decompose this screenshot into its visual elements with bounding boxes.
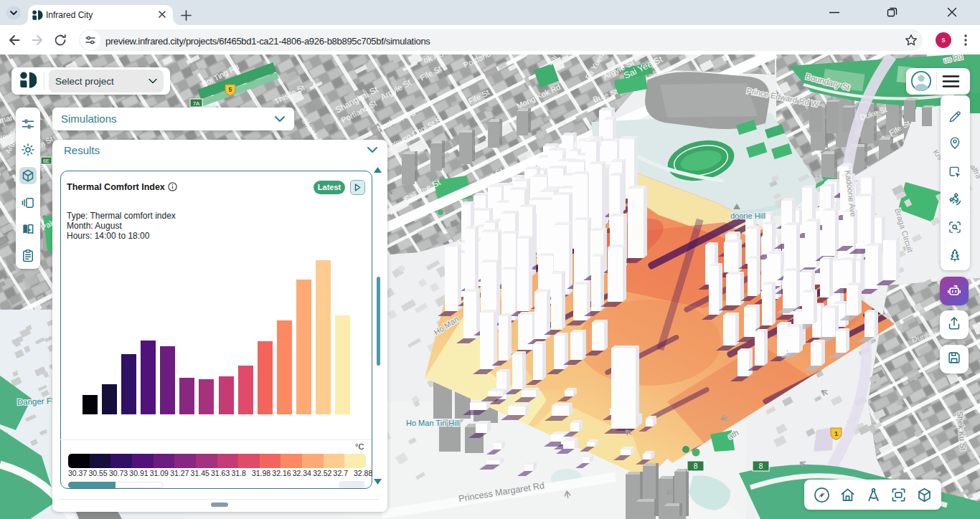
svg-text:1: 1 — [834, 430, 838, 437]
svg-text:Ho Man Tin Hill: Ho Man Tin Hill — [406, 419, 460, 427]
svg-text:8: 8 — [694, 462, 698, 470]
svg-text:doorie Hill: doorie Hill — [730, 211, 765, 220]
svg-text:5: 5 — [229, 86, 232, 93]
svg-text:8: 8 — [759, 462, 763, 470]
svg-text:7A: 7A — [193, 100, 200, 107]
svg-text:6E: 6E — [43, 158, 50, 164]
